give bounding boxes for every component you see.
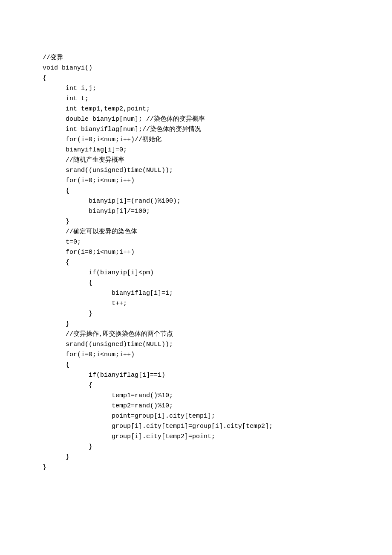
code-line: point=group[i].city[temp1]; bbox=[43, 411, 366, 421]
code-line: int temp1,temp2,point; bbox=[43, 104, 366, 114]
code-line: } bbox=[43, 442, 366, 452]
code-line: temp1=rand()%10; bbox=[43, 391, 366, 401]
code-line: { bbox=[43, 278, 366, 288]
code-line: t++; bbox=[43, 299, 366, 309]
code-line: group[i].city[temp2]=point; bbox=[43, 432, 366, 442]
code-line: srand((unsigned)time(NULL)); bbox=[43, 166, 366, 176]
code-line: //变异 bbox=[43, 53, 366, 63]
code-line: } bbox=[43, 319, 366, 329]
code-line: for(i=0;i<num;i++) bbox=[43, 350, 366, 360]
code-line: } bbox=[43, 462, 366, 473]
code-block: //变异void bianyi(){ int i,j; int t; int t… bbox=[0, 0, 392, 498]
code-line: { bbox=[43, 73, 366, 84]
code-line: for(i=0;i<num;i++) bbox=[43, 176, 366, 186]
code-line: int i,j; bbox=[43, 84, 366, 94]
code-line: for(i=0;i<num;i++) bbox=[43, 247, 366, 258]
code-line: double bianyip[num]; //染色体的变异概率 bbox=[43, 114, 366, 125]
code-line: void bianyi() bbox=[43, 63, 366, 73]
code-line: //随机产生变异概率 bbox=[43, 155, 366, 166]
code-line: } bbox=[43, 452, 366, 462]
code-line: int bianyiflag[num];//染色体的变异情况 bbox=[43, 125, 366, 135]
code-line: srand((unsigned)time(NULL)); bbox=[43, 340, 366, 350]
code-line: temp2=rand()%10; bbox=[43, 401, 366, 411]
code-line: for(i=0;i<num;i++)//初始化 bbox=[43, 135, 366, 145]
code-line: bianyip[i]/=100; bbox=[43, 206, 366, 217]
code-line: bianyiflag[i]=0; bbox=[43, 145, 366, 155]
code-line: if(bianyiflag[i]==1) bbox=[43, 370, 366, 381]
code-line: { bbox=[43, 381, 366, 391]
code-line: t=0; bbox=[43, 237, 366, 247]
code-line: { bbox=[43, 258, 366, 268]
code-line: } bbox=[43, 309, 366, 319]
code-line: int t; bbox=[43, 94, 366, 104]
code-line: { bbox=[43, 186, 366, 196]
code-line: if(bianyip[i]<pm) bbox=[43, 268, 366, 278]
code-line: bianyip[i]=(rand()%100); bbox=[43, 196, 366, 206]
code-line: { bbox=[43, 360, 366, 370]
code-line: group[i].city[temp1]=group[i].city[temp2… bbox=[43, 421, 366, 432]
code-line: //变异操作,即交换染色体的两个节点 bbox=[43, 329, 366, 340]
code-line: //确定可以变异的染色体 bbox=[43, 227, 366, 237]
code-line: } bbox=[43, 217, 366, 227]
code-line: bianyiflag[i]=1; bbox=[43, 288, 366, 299]
